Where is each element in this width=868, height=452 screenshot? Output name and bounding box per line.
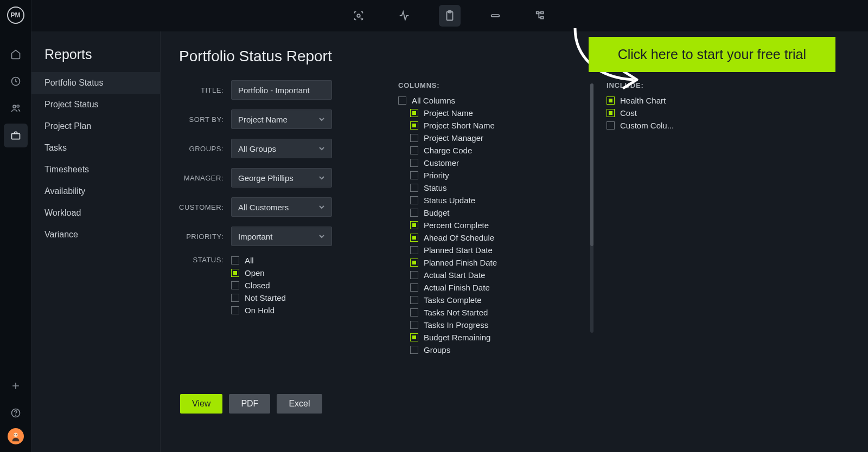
- reports-heading: Reports: [31, 47, 160, 72]
- column-checkbox-project-name[interactable]: Project Name: [410, 108, 572, 118]
- svg-point-9: [16, 434, 17, 435]
- excel-button[interactable]: Excel: [277, 394, 322, 414]
- column-checkbox-tasks-in-progress[interactable]: Tasks In Progress: [410, 320, 572, 330]
- manager-label: MANAGER:: [179, 174, 231, 182]
- column-checkbox-project-short-name[interactable]: Project Short Name: [410, 121, 572, 130]
- svg-point-2: [17, 105, 19, 107]
- groups-select[interactable]: All Groups: [231, 139, 332, 158]
- status-checkbox-open[interactable]: Open: [231, 268, 286, 277]
- include-checkbox-health-chart[interactable]: Health Chart: [607, 96, 704, 105]
- report-item-portfolio-status[interactable]: Portfolio Status: [31, 72, 160, 94]
- column-checkbox-actual-start-date[interactable]: Actual Start Date: [410, 270, 572, 280]
- logo: PM: [7, 7, 24, 24]
- svg-point-8: [14, 434, 15, 435]
- report-item-tasks[interactable]: Tasks: [31, 137, 160, 159]
- avatar[interactable]: [8, 428, 24, 444]
- column-checkbox-project-manager[interactable]: Project Manager: [410, 133, 572, 143]
- column-checkbox-actual-finish-date[interactable]: Actual Finish Date: [410, 283, 572, 292]
- column-checkbox-planned-start-date[interactable]: Planned Start Date: [410, 246, 572, 255]
- column-checkbox-status[interactable]: Status: [410, 183, 572, 192]
- column-checkbox-percent-complete[interactable]: Percent Complete: [410, 221, 572, 230]
- status-label: STATUS:: [179, 256, 231, 264]
- clipboard-icon[interactable]: [439, 5, 461, 27]
- plus-icon[interactable]: [4, 374, 28, 398]
- report-item-project-status[interactable]: Project Status: [31, 94, 160, 115]
- column-checkbox-groups[interactable]: Groups: [410, 345, 572, 354]
- column-checkbox-charge-code[interactable]: Charge Code: [410, 146, 572, 155]
- svg-rect-15: [541, 12, 544, 14]
- help-icon[interactable]: [4, 401, 28, 425]
- scan-icon[interactable]: [348, 5, 369, 27]
- svg-rect-3: [11, 134, 20, 139]
- report-item-availability[interactable]: Availability: [31, 180, 160, 202]
- customer-label: CUSTOMER:: [179, 203, 231, 211]
- title-label: TITLE:: [179, 86, 231, 94]
- report-nav: Reports Portfolio StatusProject StatusPr…: [31, 31, 161, 452]
- customer-select[interactable]: All Customers: [231, 197, 332, 217]
- activity-icon[interactable]: [393, 5, 415, 27]
- status-checkbox-closed[interactable]: Closed: [231, 281, 286, 290]
- svg-point-1: [13, 105, 16, 108]
- report-item-workload[interactable]: Workload: [31, 202, 160, 224]
- svg-rect-16: [541, 17, 544, 19]
- status-checkbox-not-started[interactable]: Not Started: [231, 293, 286, 302]
- report-item-variance[interactable]: Variance: [31, 224, 160, 246]
- column-checkbox-priority[interactable]: Priority: [410, 171, 572, 180]
- column-checkbox-planned-finish-date[interactable]: Planned Finish Date: [410, 258, 572, 267]
- manager-select[interactable]: George Phillips: [231, 168, 332, 188]
- pdf-button[interactable]: PDF: [229, 394, 270, 414]
- briefcase-icon[interactable]: [4, 124, 28, 147]
- columns-heading: COLUMNS:: [398, 81, 572, 89]
- cta-banner[interactable]: Click here to start your free trial: [589, 37, 835, 72]
- report-item-project-plan[interactable]: Project Plan: [31, 115, 160, 137]
- svg-rect-13: [492, 15, 500, 17]
- include-heading: INCLUDE:: [607, 81, 704, 89]
- hierarchy-icon[interactable]: [530, 5, 552, 27]
- include-checkbox-cost[interactable]: Cost: [607, 108, 704, 118]
- status-checkbox-on-hold[interactable]: On Hold: [231, 306, 286, 315]
- column-checkbox-budget-remaining[interactable]: Budget Remaining: [410, 333, 572, 342]
- scrollbar[interactable]: [590, 83, 593, 333]
- priority-select[interactable]: Important: [231, 227, 332, 246]
- svg-point-5: [15, 415, 16, 416]
- column-checkbox-status-update[interactable]: Status Update: [410, 196, 572, 205]
- page-title: Portfolio Status Report: [179, 48, 385, 65]
- icon-sidebar: PM: [0, 0, 31, 452]
- column-checkbox-budget[interactable]: Budget: [410, 208, 572, 217]
- view-button[interactable]: View: [180, 394, 222, 414]
- svg-point-10: [357, 14, 360, 17]
- report-item-timesheets[interactable]: Timesheets: [31, 159, 160, 180]
- column-checkbox-ahead-of-schedule[interactable]: Ahead Of Schedule: [410, 233, 572, 242]
- include-checkbox-custom-colu-[interactable]: Custom Colu...: [607, 121, 704, 130]
- home-icon[interactable]: [4, 42, 28, 66]
- column-checkbox-tasks-complete[interactable]: Tasks Complete: [410, 295, 572, 305]
- sortby-label: SORT BY:: [179, 115, 231, 124]
- priority-label: PRIORITY:: [179, 233, 231, 241]
- checkbox-all-columns[interactable]: All Columns: [398, 96, 572, 105]
- clock-icon[interactable]: [4, 69, 28, 93]
- groups-label: GROUPS:: [179, 145, 231, 153]
- column-checkbox-tasks-not-started[interactable]: Tasks Not Started: [410, 308, 572, 317]
- sortby-select[interactable]: Project Name: [231, 109, 332, 129]
- column-checkbox-customer[interactable]: Customer: [410, 158, 572, 167]
- status-checkbox-all[interactable]: All: [231, 256, 286, 265]
- link-icon[interactable]: [484, 5, 506, 27]
- top-toolbar: [31, 0, 868, 31]
- title-input[interactable]: [231, 80, 332, 100]
- people-icon[interactable]: [4, 96, 28, 120]
